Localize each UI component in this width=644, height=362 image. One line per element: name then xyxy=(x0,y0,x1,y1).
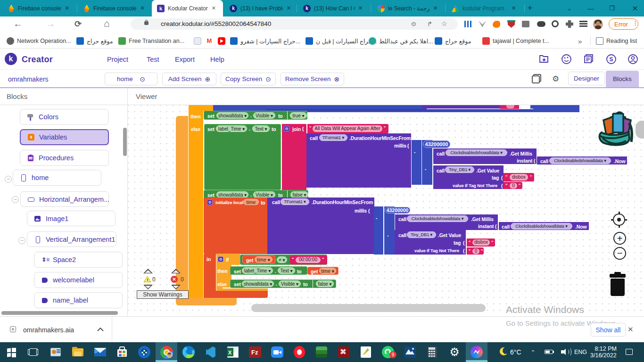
svg-text:S: S xyxy=(609,56,613,63)
